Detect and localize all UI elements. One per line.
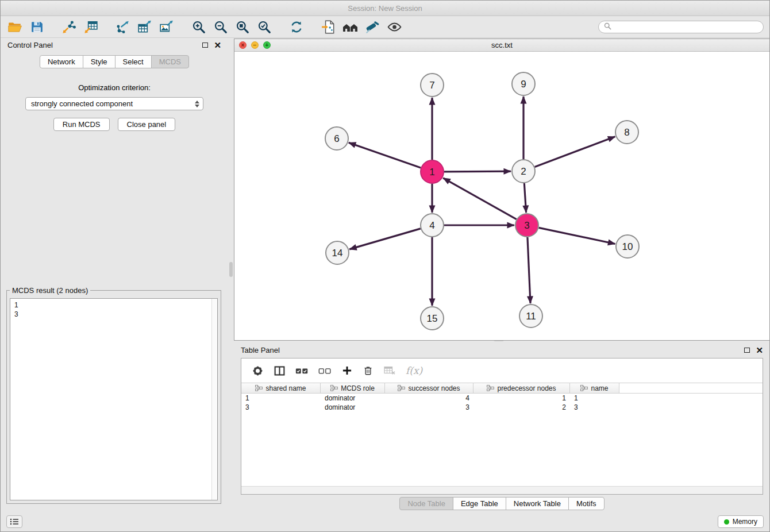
network-window-titlebar[interactable]: × − + scc.txt bbox=[234, 39, 769, 52]
zoom-out-icon[interactable] bbox=[212, 18, 229, 36]
gear-icon[interactable] bbox=[252, 365, 264, 377]
edge-2-8[interactable] bbox=[535, 137, 615, 167]
zoom-in-icon[interactable] bbox=[190, 18, 207, 36]
table-cell: 1 bbox=[570, 394, 619, 402]
edge-1-6[interactable] bbox=[349, 142, 421, 168]
eye-icon[interactable] bbox=[386, 18, 403, 36]
minimize-window-icon[interactable]: − bbox=[251, 41, 259, 49]
window-title: Session: New Session bbox=[348, 4, 422, 13]
svg-text:9: 9 bbox=[521, 79, 526, 90]
memory-status-icon bbox=[724, 519, 729, 525]
graph-node-9[interactable]: 9 bbox=[512, 72, 535, 95]
export-image-icon[interactable] bbox=[158, 18, 175, 36]
table-toolbar: f(x) bbox=[241, 358, 763, 383]
style-brush-icon[interactable] bbox=[364, 18, 381, 36]
import-document-icon[interactable] bbox=[320, 18, 337, 36]
tab-node-table[interactable]: Node Table bbox=[399, 497, 453, 510]
column-label: predecessor nodes bbox=[497, 384, 556, 392]
result-scrollbar[interactable] bbox=[211, 299, 217, 500]
delete-column-icon[interactable] bbox=[363, 365, 374, 376]
table-horizontal-scrollbar[interactable] bbox=[241, 486, 763, 494]
edge-3-11[interactable] bbox=[528, 237, 530, 303]
network-graph[interactable]: 7968124314101511 bbox=[234, 52, 769, 340]
graph-node-7[interactable]: 7 bbox=[421, 74, 444, 97]
table-row[interactable]: 3dominator323 bbox=[241, 403, 763, 412]
graph-node-1[interactable]: 1 bbox=[421, 160, 444, 183]
svg-text:7: 7 bbox=[429, 80, 434, 91]
zoom-selected-icon[interactable] bbox=[256, 18, 273, 36]
select-all-icon[interactable] bbox=[295, 366, 309, 375]
tab-network-table[interactable]: Network Table bbox=[506, 497, 569, 510]
import-table-icon[interactable] bbox=[82, 18, 99, 36]
open-file-icon[interactable] bbox=[6, 18, 24, 36]
memory-button[interactable]: Memory bbox=[718, 515, 764, 528]
maximize-window-icon[interactable]: + bbox=[263, 41, 271, 49]
edge-3-10[interactable] bbox=[539, 228, 615, 244]
control-panel-tabs: NetworkStyleSelectMCDS bbox=[1, 55, 228, 68]
search-box[interactable] bbox=[598, 21, 764, 33]
delete-table-icon[interactable] bbox=[383, 365, 396, 376]
export-table-icon[interactable] bbox=[136, 18, 153, 36]
tab-mcds[interactable]: MCDS bbox=[151, 55, 189, 68]
vertical-scrollbar-thumb[interactable] bbox=[229, 262, 233, 277]
run-mcds-button[interactable]: Run MCDS bbox=[53, 118, 110, 131]
column-header-name[interactable]: name bbox=[570, 383, 619, 393]
criterion-dropdown[interactable]: strongly connected component bbox=[25, 97, 203, 110]
edge-3-1[interactable] bbox=[443, 178, 517, 219]
float-panel-icon[interactable] bbox=[202, 43, 208, 48]
float-table-panel-icon[interactable] bbox=[744, 348, 750, 353]
home-icon[interactable] bbox=[342, 18, 359, 36]
column-header-successor-nodes[interactable]: successor nodes bbox=[385, 383, 473, 393]
show-panels-icon[interactable] bbox=[6, 515, 22, 528]
column-layout-icon[interactable] bbox=[274, 365, 286, 377]
column-header-mcds-role[interactable]: MCDS role bbox=[321, 383, 385, 393]
graph-node-14[interactable]: 14 bbox=[326, 241, 349, 264]
mcds-result-text[interactable]: 13 bbox=[10, 298, 218, 500]
window-titlebar[interactable]: Session: New Session bbox=[1, 1, 769, 16]
edge-1-2[interactable] bbox=[444, 171, 511, 172]
function-builder-icon[interactable]: f(x) bbox=[406, 365, 422, 376]
search-icon bbox=[604, 22, 611, 32]
column-header-shared-name[interactable]: shared name bbox=[241, 383, 321, 393]
graph-node-8[interactable]: 8 bbox=[615, 121, 638, 144]
tab-edge-table[interactable]: Edge Table bbox=[453, 497, 506, 510]
close-window-icon[interactable]: × bbox=[239, 41, 247, 49]
table-cell: dominator bbox=[321, 403, 385, 411]
close-table-panel-icon[interactable]: ✕ bbox=[756, 346, 763, 354]
unselect-all-icon[interactable] bbox=[318, 366, 332, 375]
add-column-icon[interactable] bbox=[341, 365, 353, 376]
export-network-icon[interactable] bbox=[114, 18, 132, 36]
status-bar: Memory bbox=[1, 512, 769, 531]
graph-node-11[interactable]: 11 bbox=[519, 304, 542, 327]
column-header-predecessor-nodes[interactable]: predecessor nodes bbox=[473, 383, 570, 393]
table-cell: 1 bbox=[241, 394, 321, 402]
network-canvas[interactable]: 7968124314101511 bbox=[234, 52, 769, 340]
graph-node-15[interactable]: 15 bbox=[421, 307, 444, 330]
close-panel-button[interactable]: Close panel bbox=[118, 118, 176, 131]
import-network-icon[interactable] bbox=[60, 18, 78, 36]
application-window: Session: New Session bbox=[0, 0, 770, 532]
table-cell: 4 bbox=[385, 394, 473, 402]
save-session-icon[interactable] bbox=[28, 18, 45, 36]
tab-network[interactable]: Network bbox=[40, 55, 83, 68]
close-panel-icon[interactable]: ✕ bbox=[214, 41, 221, 49]
tab-motifs[interactable]: Motifs bbox=[568, 497, 605, 510]
graph-node-2[interactable]: 2 bbox=[512, 160, 535, 183]
svg-text:8: 8 bbox=[624, 127, 629, 138]
graph-node-10[interactable]: 10 bbox=[616, 235, 639, 258]
table-cell: 3 bbox=[241, 403, 321, 411]
graph-node-6[interactable]: 6 bbox=[325, 127, 348, 150]
sort-icon bbox=[580, 385, 588, 391]
tab-select[interactable]: Select bbox=[115, 55, 152, 68]
tab-style[interactable]: Style bbox=[83, 55, 116, 68]
zoom-fit-icon[interactable] bbox=[234, 18, 251, 36]
edge-4-14[interactable] bbox=[349, 229, 421, 249]
graph-node-3[interactable]: 3 bbox=[515, 214, 538, 237]
table-rows: 1dominator4113dominator323 bbox=[241, 394, 763, 412]
table-cell: 3 bbox=[385, 403, 473, 411]
search-input[interactable] bbox=[615, 23, 758, 31]
refresh-icon[interactable] bbox=[288, 18, 305, 36]
table-row[interactable]: 1dominator411 bbox=[241, 394, 763, 403]
graph-node-4[interactable]: 4 bbox=[421, 214, 444, 237]
edge-2-3[interactable] bbox=[524, 183, 526, 213]
